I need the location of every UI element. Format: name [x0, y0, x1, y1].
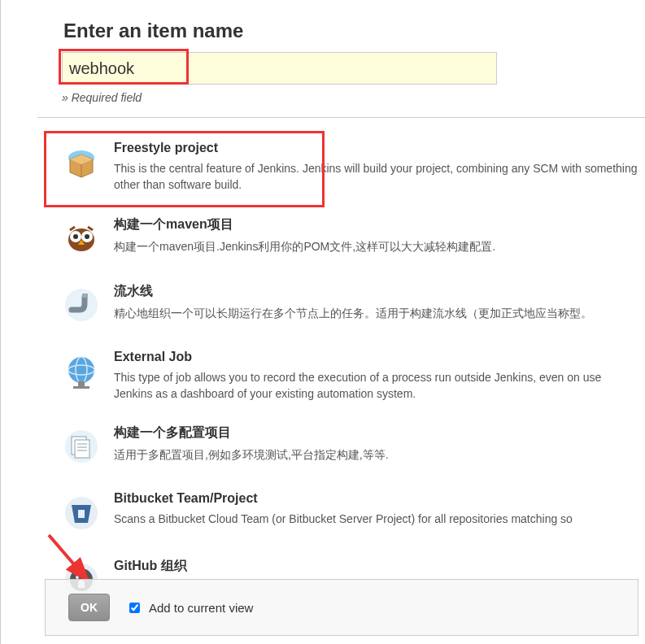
item-desc: Scans a Bitbucket Cloud Team (or Bitbuck…	[114, 511, 642, 527]
item-title: External Job	[114, 350, 642, 364]
svg-point-12	[68, 357, 94, 383]
item-maven-project[interactable]: 构建一个maven项目 构建一个maven项目.Jenkins利用你的POM文件…	[37, 210, 645, 276]
required-field-hint: » Required field	[62, 91, 645, 104]
item-desc: This is the central feature of Jenkins. …	[114, 160, 642, 194]
item-desc: 构建一个maven项目.Jenkins利用你的POM文件,这样可以大大减轻构建配…	[114, 238, 642, 255]
globe-icon	[57, 350, 106, 394]
item-desc: 精心地组织一个可以长期运行在多个节点上的任务。适用于构建流水线（更加正式地应当称…	[114, 305, 642, 321]
item-multiconfig-project[interactable]: 构建一个多配置项目 适用于多配置项目,例如多环境测试,平台指定构建,等等.	[37, 418, 645, 485]
item-desc: 适用于多配置项目,例如多环境测试,平台指定构建,等等.	[114, 446, 642, 463]
item-title: 流水线	[114, 283, 642, 300]
owl-icon	[57, 216, 106, 260]
section-divider	[37, 117, 645, 118]
box-icon	[57, 141, 106, 185]
svg-rect-15	[78, 381, 85, 386]
svg-rect-19	[75, 440, 89, 458]
item-freestyle-project[interactable]: Freestyle project This is the central fe…	[37, 134, 645, 210]
item-pipeline[interactable]: 流水线 精心地组织一个可以长期运行在多个节点上的任务。适用于构建流水线（更加正式…	[37, 276, 645, 343]
add-to-view-label[interactable]: Add to current view	[126, 600, 253, 616]
item-title: GitHub 组织	[114, 558, 642, 575]
svg-point-7	[73, 234, 78, 239]
item-title: 构建一个多配置项目	[114, 424, 642, 442]
item-title: 构建一个maven项目	[114, 216, 642, 233]
page-title: Enter an item name	[63, 20, 645, 42]
add-to-view-checkbox[interactable]	[129, 603, 140, 613]
ok-button[interactable]: OK	[68, 594, 110, 621]
svg-rect-24	[78, 510, 85, 518]
confirm-bar: OK Add to current view	[45, 579, 638, 636]
input-highlight-box	[59, 49, 189, 85]
documents-icon	[57, 424, 106, 468]
item-external-job[interactable]: External Job This type of job allows you…	[37, 343, 645, 419]
item-desc: This type of job allows you to record th…	[114, 369, 642, 402]
svg-rect-16	[73, 386, 89, 389]
pipe-icon	[57, 283, 106, 327]
item-title: Bitbucket Team/Project	[114, 491, 642, 506]
svg-point-10	[65, 289, 98, 321]
item-bitbucket-team[interactable]: Bitbucket Team/Project Scans a Bitbucket…	[37, 485, 645, 551]
item-title: Freestyle project	[114, 141, 642, 155]
bitbucket-icon	[57, 491, 106, 535]
add-to-view-text: Add to current view	[149, 601, 253, 615]
svg-point-8	[85, 234, 89, 239]
svg-rect-11	[82, 294, 88, 298]
